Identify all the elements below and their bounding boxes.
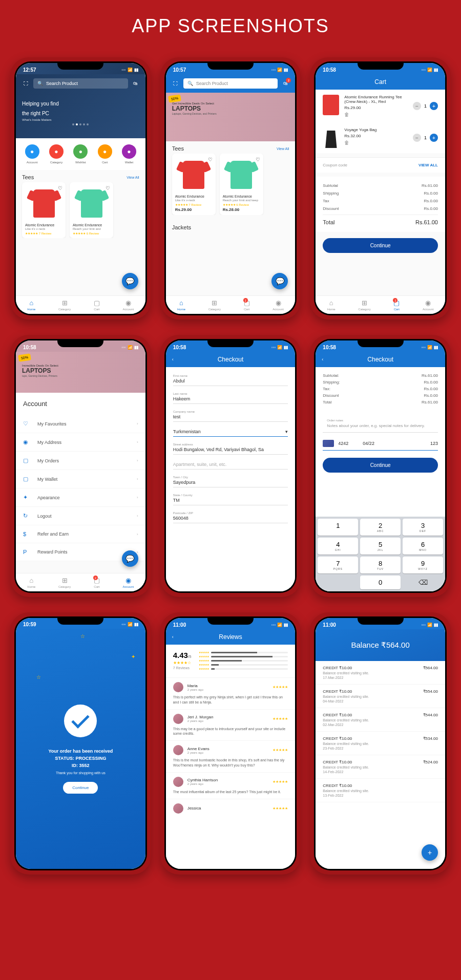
product-card[interactable]: ♡Atomic EnduranceLike it's v-neck★★★★★ 7… <box>22 182 66 238</box>
nav-category[interactable]: ⊞Category <box>358 299 370 311</box>
form-field[interactable]: Last nameHakeem <box>173 389 288 404</box>
nav-cart[interactable]: ▢Cart2 <box>393 299 400 311</box>
form-field[interactable]: Postcode / ZIP560048 <box>173 508 288 523</box>
bag-icon[interactable]: 🛍2 <box>282 80 289 87</box>
heart-icon[interactable]: ♡ <box>58 185 62 191</box>
quick-account[interactable]: ●Account <box>25 144 39 164</box>
search-input[interactable]: 🔍Search Product <box>183 78 278 89</box>
add-fab[interactable]: + <box>422 844 438 861</box>
wallet-entry: CREDIT ₹10.00Balance credited visiting s… <box>316 779 445 802</box>
review-item: Maria2 years ago★★★★★This is perfect wit… <box>166 677 296 709</box>
continue-button[interactable]: Continue <box>63 782 98 794</box>
product-card[interactable]: ♡Atomic EnduranceReach your limit and★★★… <box>70 182 113 238</box>
form-field[interactable]: Turkmenistan▾ <box>173 425 288 437</box>
nav-home[interactable]: ⌂Home <box>27 299 35 311</box>
account-item[interactable]: ▢My Wallet› <box>16 470 145 488</box>
nav-category[interactable]: ⊞Category <box>208 299 221 311</box>
phone-4: 10:58◦◦◦📶▮▮ 50% Incredible Deals On Sele… <box>10 335 151 597</box>
nav-account[interactable]: ◉Account <box>123 577 134 588</box>
check-circle-icon <box>64 705 97 737</box>
search-input[interactable]: 🔍Search Product <box>33 78 128 89</box>
back-icon[interactable]: ‹ <box>322 357 323 362</box>
nav-cart[interactable]: ▢Cart <box>94 299 100 311</box>
bag-icon[interactable]: 🛍 <box>132 80 139 87</box>
keypad-key[interactable]: 0 <box>360 576 401 589</box>
quick-cart[interactable]: ●Cart <box>98 144 112 164</box>
keypad-key[interactable]: 5JKL <box>360 538 401 555</box>
keypad-key[interactable]: 1 <box>318 519 358 536</box>
nav-cart[interactable]: ▢Cart2 <box>94 577 100 588</box>
continue-button[interactable]: Continue <box>323 238 438 253</box>
nav-cart[interactable]: ▢Cart2 <box>244 299 250 311</box>
form-field[interactable]: Street addressHodi Bungalow, Ved Rd, Var… <box>173 440 288 455</box>
account-item[interactable]: ✦Apearance› <box>16 488 145 507</box>
quick-wallet[interactable]: ●Wallet <box>122 144 136 164</box>
keypad-key[interactable]: 7PQRS <box>318 557 358 573</box>
form-field[interactable]: Company nametest <box>173 407 288 422</box>
heart-icon[interactable]: ♡ <box>208 157 213 162</box>
nav-account[interactable]: ◉Account <box>123 299 134 311</box>
heart-icon[interactable]: ♡ <box>256 157 260 162</box>
nav-account[interactable]: ◉Account <box>273 299 284 311</box>
account-item[interactable]: ▢My Orders› <box>16 452 145 470</box>
chat-fab[interactable]: 💬 <box>122 550 138 567</box>
totals: SubtotalRs.61.00ShippingRs.0.00TaxRs.0.0… <box>316 177 445 232</box>
phone-9: 11:00◦◦◦📶▮▮ Balance ₹564.00 CREDIT ₹10.0… <box>310 612 451 875</box>
chat-fab[interactable]: 💬 <box>122 273 138 289</box>
account-item[interactable]: ↻Logout› <box>16 507 145 525</box>
phone-6: 10:58◦◦◦📶▮▮ ‹Checkout Subtotal:Rs.61.00S… <box>310 335 451 597</box>
quick-row: ●Account●Category●Wishlist●Cart●Wallet <box>16 138 145 170</box>
account-item[interactable]: ♡My Favourites› <box>16 415 145 433</box>
back-icon[interactable]: ‹ <box>172 357 174 362</box>
quick-wishlist[interactable]: ●Wishlist <box>73 144 88 164</box>
nav-category[interactable]: ⊞Category <box>58 577 71 588</box>
phone-2: 10:57◦◦◦📶▮▮ ⛶ 🔍Search Product 🛍2 50% Get… <box>160 57 301 319</box>
laptop-banner[interactable]: 50% Incredible Deals On Select LAPTOPS t… <box>16 352 145 393</box>
header: ‹Checkout <box>166 352 296 367</box>
form-field[interactable]: Town / CitySayedpura <box>173 473 288 487</box>
account-item[interactable]: $Refer and Earn› <box>16 525 145 543</box>
keypad-key[interactable]: 2ABC <box>360 519 401 536</box>
keypad-key[interactable]: 6MNO <box>403 538 443 555</box>
keypad-key[interactable]: 4GHI <box>318 538 358 555</box>
trash-icon[interactable]: 🗑 <box>344 140 408 145</box>
keypad-key[interactable]: 9WXYZ <box>403 557 443 573</box>
form-field[interactable]: Apartment, suite, unit, etc. <box>173 458 288 470</box>
product-card[interactable]: ♡Atomic EnduranceLike it's v-neck★★★★★ 7… <box>172 154 216 215</box>
keypad-key[interactable]: 3DEF <box>403 519 443 536</box>
trash-icon[interactable]: 🗑 <box>344 112 408 117</box>
continue-button[interactable]: Continue <box>323 458 438 473</box>
quick-category[interactable]: ●Category <box>49 144 64 164</box>
section-header: Jackets <box>172 224 191 230</box>
nav-home[interactable]: ⌂Home <box>177 299 185 311</box>
coupon-row[interactable]: Coupon codeVIEW ALL <box>316 157 445 173</box>
plus-button[interactable]: + <box>430 134 438 142</box>
header: Cart <box>316 74 445 90</box>
minus-button[interactable]: − <box>413 102 421 110</box>
minus-button[interactable]: − <box>413 134 421 142</box>
search-icon: 🔍 <box>37 81 43 86</box>
account-heading: Account <box>16 393 145 415</box>
star-icon: ☆ <box>36 674 41 680</box>
nav-category[interactable]: ⊞Category <box>58 299 71 311</box>
nav-account[interactable]: ◉Account <box>423 299 434 311</box>
card-input[interactable]: 424204/22123 <box>323 440 438 451</box>
order-notes[interactable]: Order notesNotes about your order, e.g. … <box>323 415 438 433</box>
keypad-key[interactable]: 8TUV <box>360 557 401 573</box>
scan-icon[interactable]: ⛶ <box>22 80 29 87</box>
back-icon[interactable]: ‹ <box>172 634 174 640</box>
header: ⛶ 🔍Search Product 🛍 <box>16 74 145 93</box>
order-summary: Subtotal:Rs.61.00Shipping:Rs.0.00Tax:Rs.… <box>316 367 445 411</box>
heart-icon[interactable]: ♡ <box>106 185 110 191</box>
scan-icon[interactable]: ⛶ <box>172 80 179 87</box>
form-field[interactable]: First nameAbdul <box>173 371 288 386</box>
plus-button[interactable]: + <box>430 102 438 110</box>
nav-home[interactable]: ⌂Home <box>27 577 35 588</box>
product-card[interactable]: ♡Atomic EnduranceReach your limit and ke… <box>220 154 263 215</box>
laptop-banner[interactable]: 50% Get Incredible Deals On Select LAPTO… <box>166 93 296 141</box>
form-field[interactable]: State / CountyTM <box>173 491 288 505</box>
account-item[interactable]: ◉My Address› <box>16 433 145 452</box>
nav-home[interactable]: ⌂Home <box>327 299 336 311</box>
product-row: ♡Atomic EnduranceLike it's v-neck★★★★★ 7… <box>16 182 145 238</box>
keypad-key[interactable]: ⌫ <box>403 576 443 589</box>
